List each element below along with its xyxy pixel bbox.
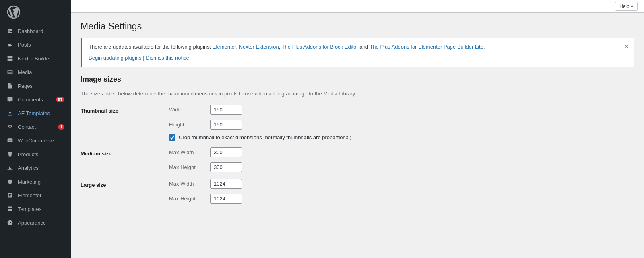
- thumbnail-width-input[interactable]: [210, 105, 242, 115]
- notice-link-nexter[interactable]: Nexter Extension: [239, 44, 279, 50]
- thumbnail-height-row: Height: [169, 120, 634, 130]
- thumbnail-width-label: Width: [169, 107, 205, 113]
- main-content: Help ▾ Media Settings There are updates …: [71, 0, 644, 258]
- thumbnail-crop-row: Crop thumbnail to exact dimensions (norm…: [169, 134, 634, 141]
- large-max-height-row: Max Height: [169, 194, 634, 204]
- notice-dismiss-button[interactable]: ✕: [622, 41, 631, 52]
- thumbnail-label: Thumbnail size: [80, 105, 169, 114]
- sidebar-item-posts[interactable]: Posts: [0, 38, 71, 52]
- sidebar-item-pages-label: Pages: [18, 83, 64, 89]
- sidebar-item-templates[interactable]: Templates: [0, 202, 71, 216]
- notice-separator: |: [142, 55, 146, 61]
- sidebar-item-posts-label: Posts: [18, 42, 64, 48]
- templates-icon: [6, 205, 14, 213]
- begin-updating-link[interactable]: Begin updating plugins: [89, 55, 142, 61]
- sidebar-item-dashboard-label: Dashboard: [18, 28, 64, 34]
- large-max-width-label: Max Width: [169, 181, 205, 187]
- large-max-height-input[interactable]: [210, 194, 242, 204]
- sidebar-item-nexter-builder[interactable]: Nexter Builder: [0, 52, 71, 65]
- notice-link-elementor[interactable]: Elementor: [213, 44, 236, 50]
- thumbnail-crop-label: Crop thumbnail to exact dimensions (norm…: [179, 134, 351, 140]
- notice-text-before: There are updates available for the foll…: [89, 44, 213, 50]
- large-fields: Max Width Max Height: [169, 179, 634, 204]
- large-max-height-label: Max Height: [169, 196, 205, 202]
- svg-rect-3: [10, 59, 13, 61]
- medium-max-width-label: Max Width: [169, 149, 205, 155]
- nexter-icon: [6, 55, 14, 62]
- thumbnail-height-input[interactable]: [210, 120, 242, 130]
- sidebar-item-appearance[interactable]: Appearance: [0, 216, 71, 229]
- notice-and: and: [358, 44, 370, 50]
- notice-text: There are updates available for the foll…: [89, 43, 628, 52]
- notice-actions: Begin updating plugins | Dismiss this no…: [89, 54, 628, 62]
- sidebar-item-nexter-label: Nexter Builder: [18, 56, 64, 62]
- dismiss-notice-link[interactable]: Dismiss this notice: [146, 55, 189, 61]
- sidebar-item-products[interactable]: Products: [0, 147, 71, 161]
- svg-rect-6: [8, 193, 12, 197]
- sidebar-logo[interactable]: [0, 0, 71, 24]
- medium-max-height-input[interactable]: [210, 162, 242, 172]
- image-sizes-description: The sizes listed below determine the max…: [80, 91, 634, 97]
- large-max-width-row: Max Width: [169, 179, 634, 189]
- help-button[interactable]: Help ▾: [615, 2, 638, 11]
- thumbnail-height-label: Height: [169, 122, 205, 128]
- dashboard-icon: [6, 27, 14, 35]
- svg-rect-7: [9, 194, 10, 196]
- sidebar: Dashboard Posts Nexter Builder Media Pag…: [0, 0, 71, 258]
- svg-rect-0: [8, 56, 10, 58]
- posts-icon: [6, 41, 14, 48]
- medium-label: Medium size: [80, 147, 169, 157]
- notice-link-plus-elementor[interactable]: The Plus Addons for Elementor Page Build…: [369, 44, 483, 50]
- sidebar-item-elementor-label: Elementor: [18, 192, 64, 198]
- thumbnail-width-row: Width: [169, 105, 634, 115]
- update-notice: There are updates available for the foll…: [80, 38, 634, 67]
- sidebar-item-dashboard[interactable]: Dashboard: [0, 24, 71, 38]
- sidebar-item-woocommerce[interactable]: WooCommerce: [0, 134, 71, 147]
- sidebar-item-appearance-label: Appearance: [18, 220, 64, 226]
- medium-fields: Max Width Max Height: [169, 147, 634, 172]
- marketing-icon: [6, 178, 14, 185]
- sidebar-item-pages[interactable]: Pages: [0, 79, 71, 93]
- sidebar-item-templates-label: Templates: [18, 206, 64, 212]
- sidebar-item-contact[interactable]: Contact 1: [0, 120, 71, 134]
- sidebar-item-ae-templates[interactable]: AE Templates: [0, 106, 71, 120]
- sidebar-item-ae-templates-label: AE Templates: [18, 110, 64, 116]
- svg-rect-9: [10, 196, 11, 196]
- notice-period: .: [483, 44, 485, 50]
- sidebar-item-comments-label: Comments: [18, 97, 52, 103]
- content-area: Media Settings There are updates availab…: [71, 13, 644, 258]
- medium-max-width-input[interactable]: [210, 147, 242, 157]
- page-title: Media Settings: [80, 21, 634, 32]
- sidebar-item-comments[interactable]: Comments 91: [0, 93, 71, 106]
- sidebar-item-contact-label: Contact: [18, 124, 54, 130]
- elementor-icon: [6, 192, 14, 199]
- products-icon: [6, 151, 14, 158]
- medium-setting-row: Medium size Max Width Max Height: [80, 147, 634, 172]
- large-label: Large size: [80, 179, 169, 188]
- media-icon: [6, 68, 14, 76]
- thumbnail-crop-checkbox[interactable]: [169, 134, 175, 141]
- medium-max-width-row: Max Width: [169, 147, 634, 157]
- sidebar-item-elementor[interactable]: Elementor: [0, 188, 71, 202]
- comments-badge: 91: [56, 97, 64, 102]
- large-setting-row: Large size Max Width Max Height: [80, 179, 634, 204]
- thumbnail-setting-row: Thumbnail size Width Height Crop thumbna…: [80, 105, 634, 141]
- sidebar-item-media[interactable]: Media: [0, 65, 71, 79]
- sidebar-item-analytics[interactable]: Analytics: [0, 161, 71, 175]
- sidebar-item-analytics-label: Analytics: [18, 165, 64, 171]
- medium-max-height-row: Max Height: [169, 162, 634, 172]
- large-max-width-input[interactable]: [210, 179, 242, 189]
- topbar: Help ▾: [71, 0, 644, 13]
- appearance-icon: [6, 219, 14, 226]
- svg-rect-1: [10, 56, 13, 58]
- svg-rect-2: [8, 59, 10, 61]
- sidebar-item-woocommerce-label: WooCommerce: [18, 138, 64, 144]
- svg-rect-8: [10, 194, 11, 195]
- contact-icon: [6, 123, 14, 130]
- sidebar-item-products-label: Products: [18, 151, 64, 157]
- contact-badge: 1: [58, 124, 64, 130]
- sidebar-item-marketing[interactable]: Marketing: [0, 175, 71, 188]
- comments-icon: [6, 96, 14, 103]
- notice-link-plus-block[interactable]: The Plus Addons for Block Editor: [282, 44, 358, 50]
- analytics-icon: [6, 164, 14, 171]
